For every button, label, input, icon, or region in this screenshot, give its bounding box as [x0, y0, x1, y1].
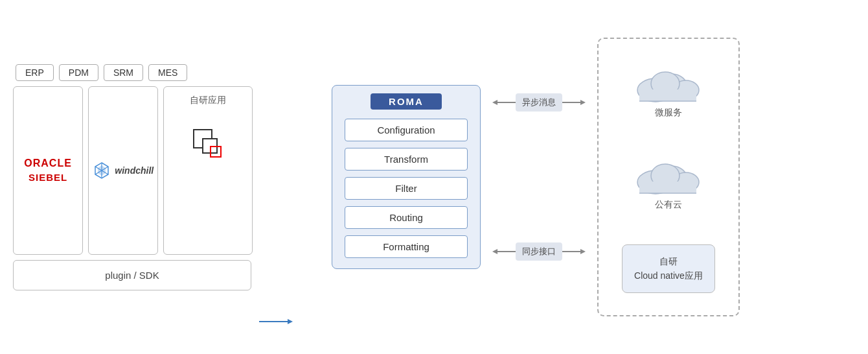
self-dev-box: 自研应用 [163, 86, 253, 255]
self-native-label: 自研Cloud native应用 [634, 256, 703, 281]
architecture-diagram: ERP PDM SRM MES ORACLE SIEBEL [13, 12, 855, 342]
public-cloud-item: 公有云 [633, 153, 704, 211]
roma-item-routing: Routing [345, 206, 468, 229]
microservice-cloud-icon [633, 61, 704, 103]
label-erp: ERP [16, 64, 54, 81]
async-left-arrow [492, 97, 516, 108]
public-cloud-label: 公有云 [655, 199, 682, 211]
left-section: ERP PDM SRM MES ORACLE SIEBEL [13, 64, 253, 290]
sync-right-arrow [562, 246, 586, 257]
roma-item-formatting: Formatting [345, 235, 468, 258]
windchill-name: windchill [115, 165, 154, 176]
svg-marker-9 [288, 319, 293, 324]
right-arrows-section: 异步消息 同步接口 [492, 54, 586, 300]
label-pdm: PDM [59, 64, 98, 81]
async-arrows: 异步消息 [492, 93, 586, 112]
label-mes: MES [148, 64, 187, 81]
systems-row: ORACLE SIEBEL windchill [13, 86, 253, 255]
oracle-text: ORACLE [24, 158, 72, 169]
siebel-text: SIEBEL [29, 172, 67, 183]
label-srm: SRM [104, 64, 143, 81]
roma-container: ROMA Configuration Transform Filter Rout… [332, 85, 481, 269]
async-arrow-group: 异步消息 [492, 93, 586, 112]
oracle-siebel-box: ORACLE SIEBEL [13, 86, 83, 255]
roma-item-configuration: Configuration [345, 119, 468, 141]
svg-marker-13 [580, 100, 586, 105]
public-cloud-icon [633, 153, 704, 195]
windchill-logo: windchill [93, 161, 154, 180]
windchill-icon [93, 161, 111, 180]
microservice-label: 微服务 [655, 107, 682, 119]
plugin-sdk-box: plugin / SDK [13, 260, 251, 290]
plugin-arrow-area [259, 316, 293, 327]
svg-marker-10 [492, 100, 497, 105]
async-label: 异步消息 [516, 93, 562, 112]
sync-label: 同步接口 [516, 242, 562, 261]
right-targets-section: 微服务 公有云 自研Cloud native应用 [597, 38, 740, 316]
app-icon [188, 124, 227, 163]
microservice-item: 微服务 [633, 61, 704, 119]
async-right-arrow [562, 97, 586, 108]
roma-item-transform: Transform [345, 148, 468, 171]
plugin-to-roma-arrow [259, 316, 293, 327]
plugin-sdk-label: plugin / SDK [105, 270, 159, 281]
self-native-box: 自研Cloud native应用 [622, 244, 715, 293]
top-labels-row: ERP PDM SRM MES [16, 64, 253, 81]
svg-rect-28 [639, 182, 696, 193]
sync-arrows: 同步接口 [492, 242, 586, 261]
roma-title: ROMA [371, 93, 442, 110]
svg-marker-14 [492, 249, 497, 254]
roma-item-filter: Filter [345, 177, 468, 200]
windchill-box: windchill [88, 86, 158, 255]
svg-rect-22 [639, 89, 696, 101]
oracle-logo: ORACLE SIEBEL [24, 158, 72, 183]
roma-section: ROMA Configuration Transform Filter Rout… [332, 85, 481, 269]
sync-left-arrow [492, 246, 516, 257]
self-dev-label: 自研应用 [190, 95, 226, 106]
svg-marker-17 [580, 249, 586, 254]
sync-arrow-group: 同步接口 [492, 242, 586, 261]
